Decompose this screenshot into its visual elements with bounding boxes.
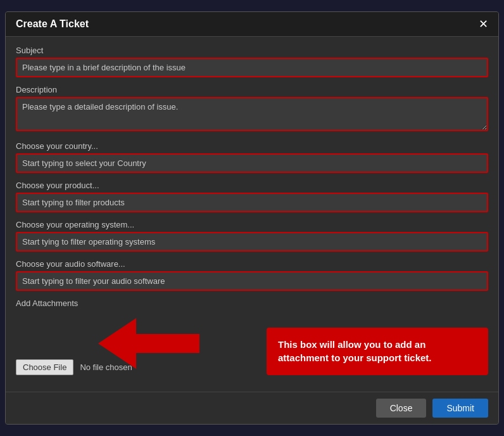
arrow-icon xyxy=(98,318,199,369)
product-label: Choose your product... xyxy=(16,181,488,190)
attachments-section: Add Attachments Choose File No file chos… xyxy=(16,298,488,375)
os-field-group: Choose your operating system... xyxy=(16,220,488,252)
audio-field-group: Choose your audio software... xyxy=(16,259,488,291)
submit-button[interactable]: Submit xyxy=(432,399,488,418)
modal-close-button[interactable]: ✕ xyxy=(479,18,488,30)
product-field-group: Choose your product... xyxy=(16,181,488,212)
tooltip-container: Choose File No file chosen This box will… xyxy=(16,312,488,375)
attachments-label: Add Attachments xyxy=(16,298,488,308)
modal-title: Create A Ticket xyxy=(16,18,89,30)
country-input[interactable] xyxy=(16,153,488,173)
close-button[interactable]: Close xyxy=(376,399,427,418)
subject-label: Subject xyxy=(16,46,488,55)
description-label: Description xyxy=(16,85,488,94)
description-input[interactable] xyxy=(16,97,488,131)
svg-marker-0 xyxy=(98,318,199,369)
create-ticket-modal: Create A Ticket ✕ Subject Description Ch… xyxy=(5,11,499,425)
choose-file-button[interactable]: Choose File xyxy=(16,359,73,375)
country-field-group: Choose your country... xyxy=(16,141,488,173)
subject-input[interactable] xyxy=(16,58,488,77)
audio-label: Choose your audio software... xyxy=(16,259,488,269)
description-field-group: Description xyxy=(16,85,488,134)
modal-body: Subject Description Choose your country.… xyxy=(6,37,498,392)
country-label: Choose your country... xyxy=(16,141,488,151)
modal-footer: Close Submit xyxy=(6,392,498,424)
product-input[interactable] xyxy=(16,193,488,212)
os-input[interactable] xyxy=(16,232,488,252)
audio-input[interactable] xyxy=(16,271,488,291)
tooltip-box: This box will allow you to add an attach… xyxy=(267,328,488,376)
os-label: Choose your operating system... xyxy=(16,220,488,229)
modal-header: Create A Ticket ✕ xyxy=(6,12,498,37)
subject-field-group: Subject xyxy=(16,46,488,77)
tooltip-text: This box will allow you to add an attach… xyxy=(278,339,432,364)
